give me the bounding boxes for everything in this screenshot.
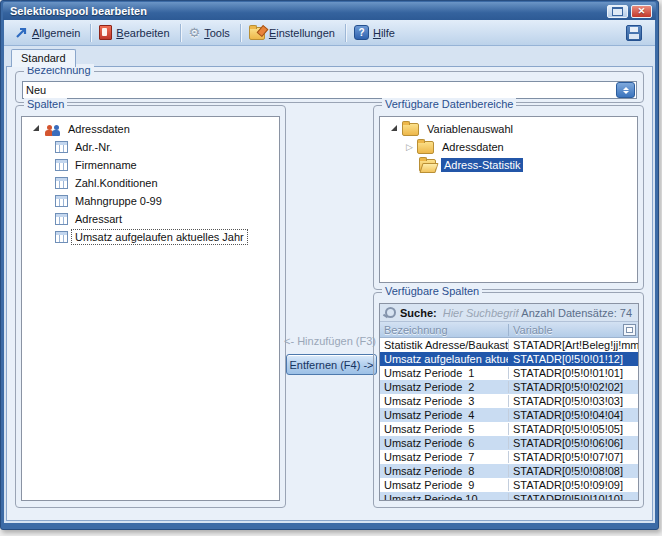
toolbar-button-allgemein[interactable]: Allgemein [10, 24, 87, 41]
help-icon: ? [354, 25, 369, 40]
tab-standard[interactable]: Standard [11, 49, 76, 67]
group-spalten: Spalten AdressdatenAdr.-Nr.FirmennameZah… [15, 105, 286, 508]
combobox-value: Neu [23, 84, 616, 96]
expander-expanded-icon[interactable] [33, 125, 39, 131]
toolbar-label: Tools [204, 27, 230, 39]
gears-icon: ⚙ [189, 26, 201, 39]
column-header-variable[interactable]: Variable [508, 324, 638, 336]
table-row[interactable]: Umsatz Periode 7STATADR[0!5!0!07!07] [380, 450, 638, 464]
column-chooser-icon[interactable] [623, 324, 636, 336]
search-input[interactable] [441, 306, 522, 320]
tree-item-root[interactable]: Variablenauswahl [383, 120, 636, 138]
cell-variable: STATADR[0!5!0!04!04] [508, 409, 638, 421]
datenbereiche-tree: Variablenauswahl▷AdressdatenAdress-Stati… [383, 120, 636, 281]
folder-settings-icon [249, 27, 265, 40]
table-row[interactable]: Umsatz Periode 3STATADR[0!5!0!03!03] [380, 394, 638, 408]
table-body: Statistik Adresse/BaukastenSTATADR[Art!B… [380, 338, 638, 501]
table-row[interactable]: Umsatz Periode 1STATADR[0!5!0!01!01] [380, 366, 638, 380]
expander-expanded-icon[interactable] [391, 125, 397, 131]
tree-item-label: Firmenname [72, 158, 140, 172]
cell-variable: STATADR[0!5!0!03!03] [508, 395, 638, 407]
table-column-icon [55, 213, 68, 225]
restore-button[interactable] [607, 5, 628, 18]
toolbar-button-hilfe[interactable]: ? Hilfe [349, 23, 402, 42]
tree-item-label: Adress-Statistik [441, 158, 523, 172]
toolbar-label: Einstellungen [269, 27, 335, 39]
save-button[interactable] [621, 23, 649, 43]
group-label: Spalten [24, 98, 67, 110]
table-row[interactable]: Umsatz Periode 2STATADR[0!5!0!02!02] [380, 380, 638, 394]
tree-item[interactable]: Zahl.Konditionen [25, 174, 278, 192]
close-icon: ✕ [638, 7, 646, 16]
tree-item-label: Adressdaten [65, 122, 133, 136]
table-row[interactable]: Umsatz Periode 10STATADR[0!5!0!10!10] [380, 492, 638, 501]
table-row[interactable]: Umsatz Periode 5STATADR[0!5!0!05!05] [380, 422, 638, 436]
toolbar-button-tools[interactable]: ⚙ Tools [184, 24, 237, 41]
cell-bezeichnung: Umsatz Periode 6 [380, 437, 508, 449]
table-column-icon [55, 141, 68, 153]
folder-icon [417, 141, 434, 154]
table-column-icon [55, 195, 68, 207]
combobox-spin-button[interactable] [616, 82, 635, 98]
tree-item[interactable]: Mahngruppe 0-99 [25, 192, 278, 210]
entfernen-button[interactable]: Entfernen (F4) -> [286, 354, 377, 375]
toolbar-separator [180, 24, 181, 42]
table-row[interactable]: Umsatz Periode 4STATADR[0!5!0!04!04] [380, 408, 638, 422]
title-bar[interactable]: Selektionspool bearbeiten ✕ [3, 2, 656, 20]
spalten-listbox[interactable]: AdressdatenAdr.-Nr.FirmennameZahl.Kondit… [21, 116, 280, 501]
tree-item-root[interactable]: Adressdaten [25, 120, 278, 138]
cell-bezeichnung: Umsatz aufgelaufen aktuelles Jahr [380, 353, 508, 365]
cell-bezeichnung: Umsatz Periode 8 [380, 465, 508, 477]
tree-item[interactable]: Adr.-Nr. [25, 138, 278, 156]
toolbar-button-einstellungen[interactable]: Einstellungen [244, 23, 342, 42]
table-column-icon [55, 159, 68, 171]
toolbar-separator [90, 24, 91, 42]
cell-bezeichnung: Umsatz Periode 1 [380, 367, 508, 379]
table-row[interactable]: Umsatz aufgelaufen aktuelles JahrSTATADR… [380, 352, 638, 366]
cell-variable: STATADR[0!5!0!01!01] [508, 367, 638, 379]
cell-variable: STATADR[Art!Beleg!jj!mm!m [508, 339, 638, 351]
table-column-icon [55, 231, 68, 243]
table-row[interactable]: Umsatz Periode 6STATADR[0!5!0!06!06] [380, 436, 638, 450]
table-row[interactable]: Umsatz Periode 8STATADR[0!5!0!08!08] [380, 464, 638, 478]
cell-variable: STATADR[0!5!0!10!10] [508, 493, 638, 501]
tree-item[interactable]: Adressart [25, 210, 278, 228]
close-button[interactable]: ✕ [631, 5, 652, 18]
toolbar-button-bearbeiten[interactable]: Bearbeiten [94, 23, 176, 42]
cell-bezeichnung: Statistik Adresse/Baukasten [380, 339, 508, 351]
tree-item[interactable]: Adress-Statistik [383, 156, 636, 174]
cell-variable: STATADR[0!5!0!02!02] [508, 381, 638, 393]
toolbar-separator [240, 24, 241, 42]
tree-item-label: Umsatz aufgelaufen aktuelles Jahr [72, 230, 247, 244]
spalten-tree: AdressdatenAdr.-Nr.FirmennameZahl.Kondit… [25, 120, 278, 499]
cell-bezeichnung: Umsatz Periode 2 [380, 381, 508, 393]
table-row[interactable]: Statistik Adresse/BaukastenSTATADR[Art!B… [380, 338, 638, 352]
group-datenbereiche: Verfügbare Datenbereiche Variablenauswah… [373, 105, 644, 290]
spin-down-icon [623, 91, 629, 94]
verfuegbare-spalten-panel: Suche: Anzahl Datensätze: 74 Bezeichnung… [379, 303, 639, 501]
group-label: Verfügbare Spalten [382, 285, 482, 297]
tree-item-label: Adressart [72, 212, 125, 226]
search-bar: Suche: Anzahl Datensätze: 74 [380, 304, 638, 322]
cell-variable: STATADR[0!5!0!01!12] [508, 353, 638, 365]
toolbar-label: Allgemein [32, 27, 80, 39]
bezeichnung-combobox[interactable]: Neu [22, 81, 637, 99]
users-icon [44, 123, 61, 136]
tree-item[interactable]: ▷Adressdaten [383, 138, 636, 156]
restore-icon [612, 7, 623, 16]
toolbar-separator [345, 24, 346, 42]
table-header: Bezeichnung Variable [380, 322, 638, 338]
cell-variable: STATADR[0!5!0!06!06] [508, 437, 638, 449]
cell-bezeichnung: Umsatz Periode 5 [380, 423, 508, 435]
tree-item-label: Variablenauswahl [424, 122, 516, 136]
expander-collapsed-icon[interactable]: ▷ [406, 142, 413, 152]
cell-variable: STATADR[0!5!0!09!09] [508, 479, 638, 491]
search-label: Suche: [400, 307, 437, 319]
table-row[interactable]: Umsatz Periode 9STATADR[0!5!0!09!09] [380, 478, 638, 492]
tree-item-label: Mahngruppe 0-99 [72, 194, 165, 208]
search-icon [385, 307, 396, 318]
tree-item[interactable]: Firmenname [25, 156, 278, 174]
column-header-bezeichnung[interactable]: Bezeichnung [380, 324, 508, 336]
datenbereiche-treebox[interactable]: Variablenauswahl▷AdressdatenAdress-Stati… [379, 116, 638, 283]
tree-item[interactable]: Umsatz aufgelaufen aktuelles Jahr [25, 228, 278, 246]
